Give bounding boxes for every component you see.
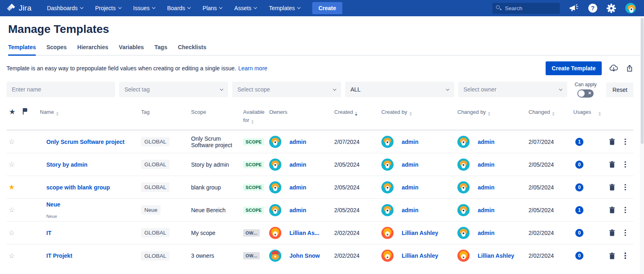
more-actions-kebab-icon[interactable] [624, 183, 627, 191]
delete-trash-icon[interactable] [609, 184, 615, 191]
template-name-link[interactable]: IT [46, 230, 137, 236]
nav-dashboards[interactable]: Dashboards [47, 5, 83, 11]
more-actions-kebab-icon[interactable] [624, 161, 627, 169]
tab-variables[interactable]: Variables [119, 44, 144, 56]
favorite-star-icon[interactable] [9, 229, 15, 237]
owner-link[interactable]: admin [289, 184, 306, 191]
export-share-icon[interactable] [626, 64, 633, 72]
more-actions-kebab-icon[interactable] [624, 138, 627, 146]
usages-badge[interactable]: 0 [575, 252, 583, 260]
template-name-link[interactable]: scope with blank group [46, 184, 137, 191]
table-row: IT Projekt GLOBAL 3 owners OW... John Sn… [7, 244, 633, 267]
tab-hierarchies[interactable]: Hierarchies [77, 44, 108, 56]
delete-trash-icon[interactable] [609, 161, 615, 168]
owner-link[interactable]: John Snow [289, 252, 320, 259]
created-by-link[interactable]: Lillian Ashley [402, 252, 438, 259]
changed-by-avatar [457, 136, 470, 148]
usages-badge[interactable]: 1 [575, 138, 583, 146]
flag-column-icon[interactable] [23, 108, 28, 115]
search-input[interactable] [505, 5, 554, 11]
favorite-star-icon[interactable] [9, 206, 15, 214]
created-by-link[interactable]: admin [402, 161, 418, 168]
usages-badge[interactable]: 0 [575, 183, 583, 191]
usages-badge[interactable]: 0 [575, 161, 583, 169]
nav-projects[interactable]: Projects [95, 5, 121, 11]
template-name-link[interactable]: Only Scrum Software project [46, 139, 137, 145]
sort-icon [552, 112, 555, 116]
delete-trash-icon[interactable] [609, 138, 615, 145]
more-actions-kebab-icon[interactable] [624, 252, 627, 260]
template-name-link[interactable]: Neue [46, 201, 137, 208]
favorite-star-icon[interactable] [9, 252, 15, 260]
chevron-down-icon [152, 6, 155, 9]
nav-assets[interactable]: Assets [234, 5, 257, 11]
learn-more-link[interactable]: Learn more [238, 65, 268, 72]
col-name[interactable]: Name [40, 108, 141, 116]
delete-trash-icon[interactable] [609, 252, 615, 259]
changed-by-link[interactable]: Lillian Ashley [478, 252, 514, 259]
owner-link[interactable]: Lillian As... [289, 230, 319, 236]
vertical-scrollbar[interactable] [640, 17, 644, 274]
can-apply-toggle[interactable]: × [577, 89, 594, 98]
import-cloud-download-icon[interactable] [609, 64, 618, 72]
col-changed-by[interactable]: Changed by [457, 108, 529, 116]
create-template-button[interactable]: Create Template [546, 61, 602, 75]
search-box[interactable] [492, 3, 560, 14]
changed-by-link[interactable]: admin [478, 139, 494, 145]
nav-boards[interactable]: Boards [167, 5, 190, 11]
col-created[interactable]: Created [334, 108, 381, 116]
changed-by-link[interactable]: admin [478, 207, 494, 213]
template-name-link[interactable]: IT Projekt [46, 252, 137, 259]
template-name-link[interactable]: Story by admin [46, 161, 137, 168]
tab-scopes[interactable]: Scopes [46, 44, 67, 56]
favorite-star-icon[interactable] [9, 161, 15, 168]
scope-filter-select[interactable]: Select scope [232, 82, 341, 97]
favorite-star-icon[interactable] [9, 138, 15, 146]
tab-bar: Templates Scopes Hierarchies Variables T… [8, 44, 644, 56]
owner-avatar [269, 181, 281, 194]
chevron-down-icon [333, 87, 336, 91]
create-button[interactable]: Create [312, 2, 342, 14]
project-filter-select[interactable]: ALL [345, 82, 454, 97]
col-usages[interactable]: Usages [573, 108, 609, 116]
nav-plans[interactable]: Plans [202, 5, 222, 11]
more-actions-kebab-icon[interactable] [624, 206, 627, 214]
col-available-for[interactable]: Available for [243, 108, 269, 124]
scrollbar-thumb[interactable] [641, 18, 644, 144]
tag-filter-select[interactable]: Select tag [119, 82, 228, 97]
created-by-link[interactable]: admin [402, 184, 418, 191]
created-by-link[interactable]: admin [402, 139, 418, 145]
changed-by-link[interactable]: admin [478, 161, 494, 168]
tab-templates[interactable]: Templates [8, 44, 36, 56]
owner-avatar [269, 136, 281, 148]
created-by-avatar [381, 159, 394, 171]
created-by-link[interactable]: admin [402, 207, 418, 213]
tab-tags[interactable]: Tags [154, 44, 168, 56]
reset-button[interactable]: Reset [606, 83, 633, 97]
more-actions-kebab-icon[interactable] [624, 229, 627, 237]
changed-by-link[interactable]: admin [478, 184, 494, 191]
usages-badge[interactable]: 1 [575, 206, 583, 214]
changed-by-link[interactable]: admin [478, 230, 494, 236]
favorite-star-icon[interactable] [9, 183, 15, 191]
nav-templates[interactable]: Templates [269, 5, 300, 11]
delete-trash-icon[interactable] [609, 229, 615, 236]
tab-checklists[interactable]: Checklists [178, 44, 206, 56]
gear-icon[interactable] [607, 4, 616, 13]
col-created-by[interactable]: Created by [381, 108, 457, 116]
help-icon[interactable]: ? [588, 4, 597, 13]
owner-link[interactable]: admin [289, 207, 306, 213]
delete-trash-icon[interactable] [609, 207, 615, 213]
nav-issues[interactable]: Issues [133, 5, 155, 11]
created-by-link[interactable]: Lillian Ashley [402, 230, 438, 236]
name-filter-input[interactable] [7, 82, 115, 97]
user-avatar[interactable] [625, 3, 636, 13]
usages-badge[interactable]: 0 [575, 229, 583, 237]
owner-link[interactable]: admin [289, 139, 306, 145]
owner-link[interactable]: admin [289, 161, 306, 168]
announcements-icon[interactable] [569, 4, 579, 12]
star-column-icon[interactable]: ★ [7, 108, 23, 115]
jira-logo[interactable]: Jira [7, 3, 31, 13]
col-changed[interactable]: Changed [529, 108, 573, 116]
owner-filter-select[interactable]: Select owner [458, 82, 567, 97]
